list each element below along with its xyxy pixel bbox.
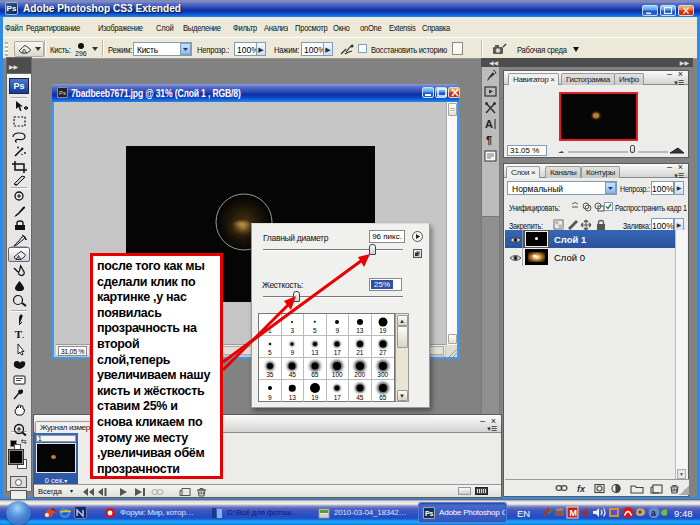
svg-text:M: M	[570, 508, 578, 518]
svg-text:¶: ¶	[486, 134, 492, 146]
svg-text:fx: fx	[577, 484, 586, 494]
svg-text:a: a	[651, 508, 656, 518]
svg-text:A: A	[485, 118, 493, 130]
